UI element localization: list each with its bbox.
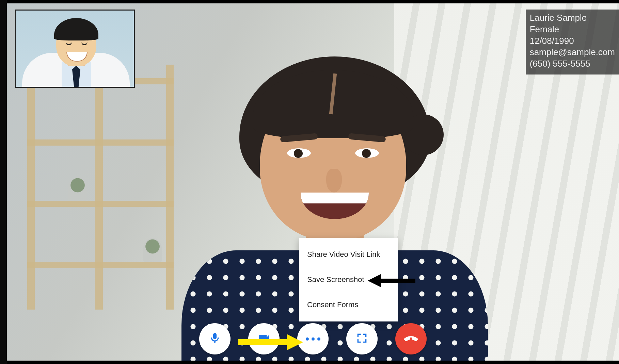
hang-up-icon: [403, 330, 419, 348]
end-call-button[interactable]: [395, 323, 427, 354]
menu-item-share-link[interactable]: Share Video Visit Link: [299, 246, 398, 263]
microphone-icon: [208, 331, 222, 346]
video-frame: Laurie Sample Female 12/08/1990 sample@s…: [7, 0, 619, 364]
menu-item-consent-forms[interactable]: Consent Forms: [299, 296, 398, 314]
mute-mic-button[interactable]: [199, 323, 231, 354]
video-call-screen: { "patient": { "name": "Laurie Sample", …: [0, 0, 619, 364]
call-controls: [199, 323, 427, 354]
patient-name: Laurie Sample: [530, 12, 615, 24]
patient-dob: 12/08/1990: [530, 35, 615, 47]
remote-participant-video: Laurie Sample Female 12/08/1990 sample@s…: [7, 3, 619, 361]
video-camera-icon: [257, 331, 271, 346]
menu-item-save-screenshot[interactable]: Save Screenshot: [299, 271, 398, 288]
fullscreen-button[interactable]: [346, 323, 378, 354]
toggle-camera-button[interactable]: [248, 323, 280, 354]
patient-gender: Female: [530, 24, 615, 35]
more-options-button[interactable]: [297, 323, 329, 354]
self-view-pip[interactable]: [15, 10, 135, 88]
patient-phone: (650) 555-5555: [530, 58, 615, 70]
patient-email: sample@sample.com: [530, 47, 615, 58]
fullscreen-icon: [355, 331, 369, 346]
more-options-menu: Share Video Visit Link Save Screenshot C…: [299, 238, 398, 321]
patient-info-overlay: Laurie Sample Female 12/08/1990 sample@s…: [526, 10, 619, 75]
more-options-icon: [306, 337, 320, 341]
